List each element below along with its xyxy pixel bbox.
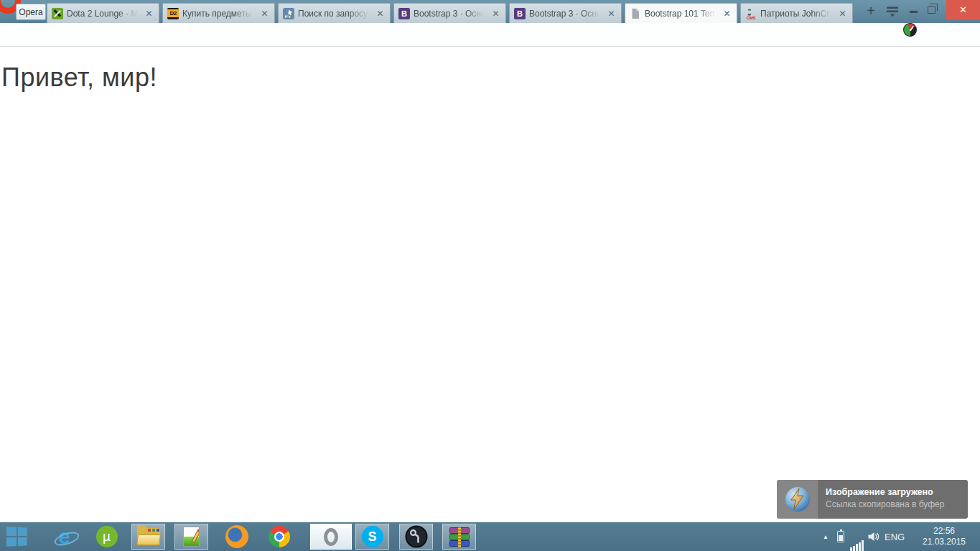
tab-search[interactable]: Поиск по запросу п ✕ — [278, 3, 391, 23]
skype-icon: S — [362, 526, 383, 547]
battery-icon[interactable] — [837, 522, 844, 551]
tab-menu-icon[interactable] — [886, 5, 899, 20]
screenshot-notification-toast[interactable]: Изображение загружено Ссылка скопирована… — [777, 480, 968, 519]
web-page-viewport: Привет, мир! — [0, 47, 980, 522]
folder-icon — [137, 528, 160, 545]
tab-title: Bootstrap 3 · Основ — [529, 9, 602, 19]
tab-bootstrap-1[interactable]: B Bootstrap 3 · Основ ✕ — [393, 3, 506, 23]
notification-title: Изображение загружено — [826, 487, 968, 497]
tray-show-hidden-icon[interactable]: ▲ — [823, 522, 829, 551]
tab-close-icon[interactable]: ✕ — [144, 9, 154, 19]
page-favicon-icon — [630, 8, 641, 19]
tab-title: Поиск по запросу п — [298, 9, 371, 19]
firefox-icon — [225, 525, 248, 548]
taskbar-utorrent-button[interactable]: µ — [90, 524, 123, 550]
notification-subtitle: Ссылка скопирована в буфер — [826, 499, 968, 509]
network-signal-icon[interactable] — [850, 522, 864, 551]
extension-gauge-icon[interactable] — [903, 23, 917, 37]
search-site-favicon-icon — [283, 8, 294, 19]
johncms-favicon-icon: CMS — [745, 8, 757, 19]
dota2lounge-favicon-icon — [52, 8, 63, 19]
browser-tab-strip: Opera Dota 2 Lounge - Mo ✕ D2 Купить пре… — [0, 0, 980, 23]
taskbar-chrome-button[interactable] — [262, 524, 296, 550]
tab-close-icon[interactable]: ✕ — [375, 9, 386, 19]
internet-explorer-icon: e — [58, 527, 70, 547]
tab-close-icon[interactable]: ✕ — [259, 9, 270, 19]
opera-icon — [324, 528, 338, 546]
windows-logo-icon — [6, 527, 27, 546]
new-tab-button[interactable]: + — [862, 1, 880, 20]
taskbar-explorer-button[interactable] — [131, 524, 165, 550]
window-restore-button[interactable] — [928, 6, 935, 14]
tab-title: Bootstrap 3 · Основ — [414, 9, 487, 19]
window-minimize-button[interactable] — [910, 11, 918, 13]
tab-close-icon[interactable]: ✕ — [837, 9, 848, 19]
tray-time: 22:56 — [933, 526, 955, 537]
taskbar-firefox-button[interactable] — [220, 524, 253, 550]
notification-text: Изображение загружено Ссылка скопирована… — [818, 480, 968, 519]
taskbar-notepadpp-button[interactable] — [174, 524, 208, 550]
taskbar-ie-button[interactable]: e — [47, 524, 81, 550]
notepadpp-icon — [183, 527, 200, 547]
desktop: Opera Dota 2 Lounge - Mo ✕ D2 Купить пре… — [0, 0, 980, 551]
tab-bootstrap-101-active[interactable]: Bootstrap 101 Temp ✕ — [625, 3, 737, 23]
cms-badge: CMS — [745, 16, 757, 19]
tab-title: Bootstrap 101 Temp — [645, 9, 718, 19]
browser-toolbar: bootmyzik.ru ♥ $ — [0, 23, 980, 47]
lightning-bolt-icon — [785, 487, 810, 511]
utorrent-icon: µ — [96, 526, 118, 547]
tab-title: Dota 2 Lounge - Mo — [67, 9, 140, 19]
language-indicator[interactable]: ENG — [885, 522, 905, 551]
taskbar: e µ S ▲ — [0, 522, 980, 551]
d2-market-favicon-icon: D2 — [167, 8, 179, 19]
bootstrap-favicon-icon: B — [514, 8, 526, 19]
capture-tool-icon — [405, 525, 428, 548]
tab-title: Купить предметы | — [182, 9, 256, 19]
tray-date: 21.03.2015 — [923, 537, 966, 547]
chrome-icon — [269, 526, 290, 547]
tab-close-icon[interactable]: ✕ — [606, 9, 617, 19]
tab-d2-market[interactable]: D2 Купить предметы | ✕ — [162, 3, 275, 23]
notification-icon-panel — [777, 480, 818, 519]
tab-close-icon[interactable]: ✕ — [722, 9, 732, 19]
volume-icon[interactable] — [867, 522, 880, 551]
tab-title: Патриоты JohnCms — [760, 9, 834, 19]
start-button[interactable] — [0, 522, 34, 551]
tab-dota2lounge[interactable]: Dota 2 Lounge - Mo ✕ — [47, 3, 159, 23]
clock-indicator[interactable]: 22:56 21.03.2015 — [919, 522, 969, 551]
taskbar-opera-button-active[interactable] — [310, 524, 352, 550]
d2-badge: D2 — [167, 8, 179, 19]
tab-close-icon[interactable]: ✕ — [490, 9, 501, 19]
bootstrap-favicon-icon: B — [398, 8, 410, 19]
taskbar-capture-tool-button[interactable] — [399, 524, 433, 550]
opera-menu-label: Opera — [19, 7, 42, 17]
taskbar-skype-button[interactable]: S — [355, 524, 389, 550]
opera-menu-button[interactable]: Opera — [16, 4, 46, 20]
winrar-icon — [449, 527, 470, 547]
tab-bootstrap-2[interactable]: B Bootstrap 3 · Основ ✕ — [509, 3, 622, 23]
page-heading: Привет, мир! — [1, 62, 980, 93]
tab-johncms[interactable]: CMS Патриоты JohnCms ✕ — [740, 3, 853, 23]
taskbar-winrar-button[interactable] — [442, 524, 476, 550]
window-close-button[interactable]: ✕ — [946, 0, 980, 19]
